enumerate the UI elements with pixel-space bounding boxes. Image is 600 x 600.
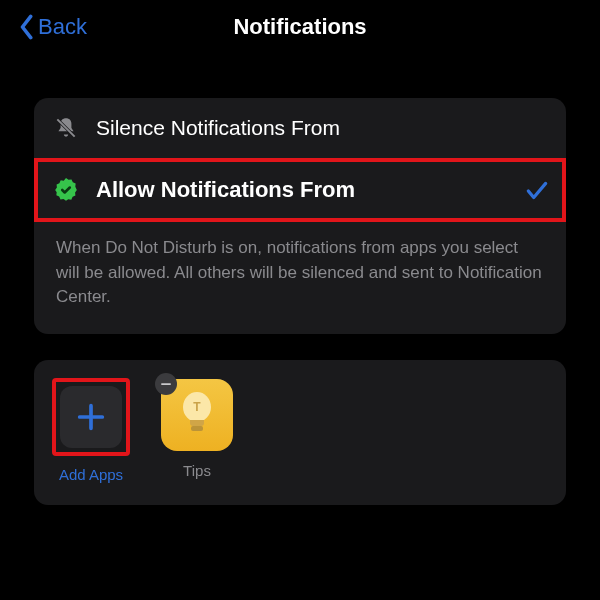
back-label: Back xyxy=(38,14,87,40)
checkmark-icon xyxy=(524,178,548,202)
remove-app-button[interactable] xyxy=(155,373,177,395)
minus-icon xyxy=(159,377,173,391)
lightbulb-icon: T xyxy=(177,390,217,440)
back-button[interactable]: Back xyxy=(18,14,87,40)
chevron-left-icon xyxy=(18,14,34,40)
allow-label: Allow Notifications From xyxy=(96,177,508,203)
notification-mode-card: Silence Notifications From Allow Notific… xyxy=(34,98,566,334)
add-apps-button[interactable] xyxy=(52,378,130,456)
page-title: Notifications xyxy=(233,14,366,40)
tips-app-icon[interactable]: T xyxy=(160,378,234,452)
silence-option-row[interactable]: Silence Notifications From xyxy=(34,98,566,158)
option-description: When Do Not Disturb is on, notifications… xyxy=(34,222,566,334)
silence-label: Silence Notifications From xyxy=(96,116,548,140)
apps-card: Add Apps T Tips xyxy=(34,360,566,505)
tips-app-label: Tips xyxy=(183,462,211,479)
nav-header: Back Notifications xyxy=(0,0,600,58)
svg-rect-3 xyxy=(191,426,203,431)
allow-option-row[interactable]: Allow Notifications From xyxy=(34,158,566,222)
app-item-tips[interactable]: T Tips xyxy=(158,378,236,479)
svg-text:T: T xyxy=(193,400,201,414)
add-apps-item[interactable]: Add Apps xyxy=(52,378,130,483)
add-apps-label: Add Apps xyxy=(59,466,123,483)
verified-badge-icon xyxy=(52,176,80,204)
bell-slash-icon xyxy=(52,114,80,142)
plus-icon xyxy=(74,400,108,434)
